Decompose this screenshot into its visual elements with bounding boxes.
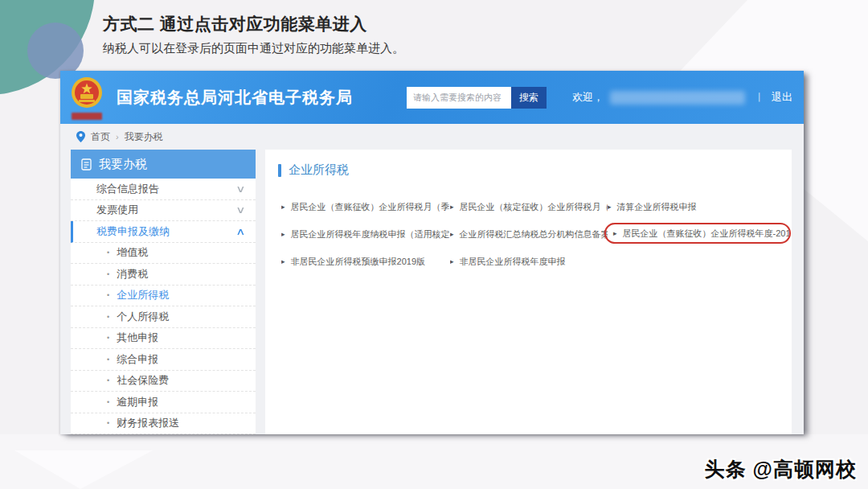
- tax-website-screenshot: 国家税务总局河北省电子税务局 搜索 欢迎， 丨 退出 首页 › 我要办税: [60, 71, 804, 434]
- sidebar-item-label: 财务报表报送: [117, 416, 179, 430]
- bullet-icon: •: [107, 334, 109, 342]
- site-title: 国家税务总局河北省电子税务局: [117, 87, 353, 109]
- bullet-icon: •: [107, 270, 109, 278]
- chevron-down-icon: ∨: [235, 183, 245, 195]
- site-header: 国家税务总局河北省电子税务局 搜索 欢迎， 丨 退出: [60, 71, 804, 124]
- link-label: 居民企业所得税年度纳税申报（适用核定征收: [291, 228, 450, 240]
- chevron-down-icon: ∨: [235, 204, 245, 216]
- sidebar-item-personal-income-tax[interactable]: • 个人所得税: [71, 306, 256, 328]
- bullet-icon: •: [107, 419, 109, 427]
- content-title: 企业所得税: [278, 162, 792, 178]
- link-resident-audit-monthly[interactable]: ▸ 居民企业（查账征收）企业所得税月（季）度: [281, 199, 450, 215]
- sidebar-item-overdue-declaration[interactable]: • 逾期申报: [71, 392, 256, 413]
- link-arrow-icon: ▸: [281, 203, 285, 211]
- link-resident-audit-annual-2019-highlighted[interactable]: ▸ 居民企业（查账征收）企业所得税年度-2019: [604, 223, 791, 244]
- sidebar-item-label: 其他申报: [117, 331, 158, 345]
- blurred-username: [610, 91, 745, 105]
- sidebar-item-label: 企业所得税: [117, 288, 169, 302]
- user-session-area: 欢迎， 丨 退出: [572, 90, 792, 105]
- breadcrumb: 首页 › 我要办税: [60, 124, 804, 150]
- link-arrow-icon: ▸: [613, 229, 617, 237]
- search-input[interactable]: [407, 87, 511, 109]
- national-emblem-icon: [71, 76, 103, 109]
- chevron-up-icon: ∧: [235, 226, 245, 237]
- link-arrow-icon: ▸: [608, 203, 612, 211]
- slide-title: 方式二 通过点击对应功能菜单进入: [103, 13, 404, 35]
- breadcrumb-home[interactable]: 首页: [91, 130, 110, 144]
- welcome-label: 欢迎，: [572, 90, 604, 105]
- sidebar-header-tax-services[interactable]: 我要办税: [71, 150, 256, 179]
- sidebar-item-vat[interactable]: • 增值税: [71, 243, 256, 265]
- link-label: 居民企业（查账征收）企业所得税月（季）度: [291, 201, 450, 213]
- sidebar-item-label: 综合申报: [117, 352, 158, 367]
- sidebar-group-label: 综合信息报告: [96, 182, 159, 196]
- search-button[interactable]: 搜索: [511, 87, 547, 109]
- link-label: 非居民企业所得税年度申报: [460, 256, 566, 268]
- sidebar-item-label: 个人所得税: [117, 310, 169, 324]
- bullet-icon: •: [107, 291, 109, 299]
- link-arrow-icon: ▸: [450, 203, 454, 211]
- bullet-icon: •: [107, 376, 109, 384]
- sidebar-item-comprehensive-declaration[interactable]: • 综合申报: [71, 349, 256, 371]
- sidebar: 我要办税 综合信息报告 ∨ 发票使用 ∨ 税费申报及缴纳 ∧ • 增值税 • 消…: [71, 150, 256, 434]
- sidebar-group-label: 税费申报及缴纳: [96, 224, 170, 239]
- main-content-panel: 企业所得税 ▸ 居民企业（查账征收）企业所得税月（季）度 ▸ 居民企业（核定征收…: [265, 150, 792, 434]
- content-title-label: 企业所得税: [289, 162, 349, 178]
- logout-button[interactable]: 退出: [772, 90, 792, 105]
- slide-heading: 方式二 通过点击对应功能菜单进入 纳税人可以在登录后的页面中通过对应的功能菜单进…: [103, 13, 404, 56]
- link-resident-annual-verified[interactable]: ▸ 居民企业所得税年度纳税申报（适用核定征收: [281, 226, 450, 242]
- link-label: 非居民企业所得税预缴申报2019版: [291, 256, 425, 268]
- slide-subtitle: 纳税人可以在登录后的页面中通过对应的功能菜单进入。: [103, 41, 404, 56]
- breadcrumb-current: 我要办税: [125, 130, 163, 144]
- link-label: 清算企业所得税申报: [617, 201, 697, 213]
- link-arrow-icon: ▸: [450, 257, 454, 265]
- link-arrow-icon: ▸: [281, 257, 285, 265]
- sidebar-item-consumption-tax[interactable]: • 消费税: [71, 264, 256, 286]
- link-label: 企业所得税汇总纳税总分机构信息备案: [460, 228, 608, 240]
- sidebar-header-label: 我要办税: [99, 157, 147, 172]
- link-arrow-icon: ▸: [281, 230, 285, 238]
- link-label: 居民企业（核定征收）企业所得税月（季）度: [460, 201, 608, 213]
- sidebar-item-label: 社会保险费: [117, 373, 169, 388]
- national-emblem-logo: [70, 73, 107, 121]
- site-body: 我要办税 综合信息报告 ∨ 发票使用 ∨ 税费申报及缴纳 ∧ • 增值税 • 消…: [60, 150, 804, 434]
- link-resident-verified-monthly[interactable]: ▸ 居民企业（核定征收）企业所得税月（季）度: [450, 199, 608, 215]
- sidebar-item-label: 增值税: [117, 245, 148, 260]
- search-bar: 搜索: [407, 87, 547, 109]
- tax-form-icon: [80, 158, 92, 171]
- sidebar-item-other-declaration[interactable]: • 其他申报: [71, 328, 256, 350]
- location-pin-icon: [76, 131, 85, 142]
- function-links-grid: ▸ 居民企业（查账征收）企业所得税月（季）度 ▸ 居民企业（核定征收）企业所得税…: [278, 199, 792, 281]
- sidebar-group-tax-declaration[interactable]: 税费申报及缴纳 ∧: [71, 221, 256, 243]
- breadcrumb-separator: ›: [116, 132, 119, 142]
- link-nonresident-prepay-2019[interactable]: ▸ 非居民企业所得税预缴申报2019版: [281, 253, 450, 269]
- link-label: 居民企业（查账征收）企业所得税年度-2019: [623, 228, 791, 240]
- sidebar-item-label: 消费税: [117, 267, 148, 281]
- sidebar-group-invoice-use[interactable]: 发票使用 ∨: [71, 200, 256, 222]
- title-accent-bar: [278, 164, 281, 177]
- sidebar-item-social-insurance[interactable]: • 社会保险费: [71, 371, 256, 392]
- session-divider: 丨: [755, 91, 764, 105]
- watermark: 头条 @高顿网校: [705, 456, 857, 483]
- bullet-icon: •: [107, 249, 109, 257]
- bullet-icon: •: [107, 398, 109, 406]
- link-consolidated-branch-filing[interactable]: ▸ 企业所得税汇总纳税总分机构信息备案: [450, 226, 608, 242]
- link-nonresident-annual[interactable]: ▸ 非居民企业所得税年度申报: [450, 253, 608, 269]
- bullet-icon: •: [107, 355, 109, 364]
- red-stamp-mark: [72, 113, 102, 120]
- sidebar-item-label: 逾期申报: [117, 395, 158, 409]
- sidebar-item-corporate-income-tax[interactable]: • 企业所得税: [71, 286, 256, 307]
- sidebar-item-financial-statements[interactable]: • 财务报表报送: [71, 413, 256, 435]
- link-arrow-icon: ▸: [450, 230, 454, 238]
- link-liquidation-declaration[interactable]: ▸ 清算企业所得税申报: [608, 199, 792, 215]
- sidebar-group-label: 发票使用: [96, 203, 138, 217]
- sidebar-group-comprehensive-info[interactable]: 综合信息报告 ∨: [71, 179, 256, 200]
- bullet-icon: •: [107, 313, 109, 321]
